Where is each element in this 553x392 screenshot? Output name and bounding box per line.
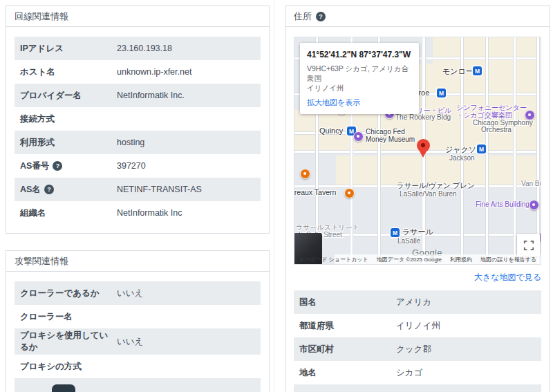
table-row: クローラー名 <box>15 305 261 328</box>
table-row: 地名 シカゴ <box>294 361 541 384</box>
help-icon[interactable]: ? <box>53 161 62 171</box>
table-row-partial <box>294 384 541 392</box>
report-error-link[interactable]: 地図の誤りを報告する <box>480 256 536 263</box>
map-label-lasalle-vanburen-jp: ラサール/ヴァン ブレン <box>397 181 475 191</box>
map-marker-pin[interactable] <box>417 139 430 152</box>
row-value: アメリカ <box>396 297 431 308</box>
restaurant-poi-icon[interactable] <box>300 169 310 179</box>
address-title: 住所 <box>294 10 312 23</box>
help-icon[interactable]: ? <box>44 185 54 194</box>
table-row: 市区町村 クック郡 <box>294 337 541 361</box>
row-value: いいえ <box>117 336 143 348</box>
transit-icon[interactable]: M <box>391 228 400 237</box>
table-row: AS番号 ? 397270 <box>15 154 261 178</box>
table-row: 接続方式 <box>15 107 261 131</box>
row-label: ホスト名 <box>20 66 117 78</box>
row-value: シカゴ <box>396 367 422 379</box>
row-value: イリノイ州 <box>396 320 440 332</box>
map-label-rookery-en: The Rookery Bldg <box>395 113 451 121</box>
row-label: 組織名 <box>20 207 117 219</box>
view-larger-map-link[interactable]: 大きな地図で見る <box>474 272 541 282</box>
row-label: AS名 ? <box>20 184 117 196</box>
google-map[interactable]: モンロー M Monroe M Quincy M ジャクソン M Jackson… <box>294 37 541 265</box>
map-label-fine-arts: Fine Arts Building <box>476 200 529 208</box>
line-info-header: 回線関連情報 <box>6 6 269 27</box>
row-value: 397270 <box>117 161 146 171</box>
row-value: 23.160.193.18 <box>117 44 172 53</box>
map-attribution: キーボード ショートカット 地図データ ©2025 Google 利用規約 地図… <box>335 254 541 264</box>
attack-info-title: 攻撃関連情報 <box>15 255 68 268</box>
transit-icon[interactable]: M <box>473 66 482 75</box>
row-label: プロキシを使用しているか <box>20 330 117 353</box>
expand-map-link[interactable]: 拡大地図を表示 <box>307 97 360 108</box>
map-label-jackson-en: Jackson <box>449 154 475 162</box>
row-label: 接続方式 <box>20 113 117 125</box>
row-label: IPアドレス <box>20 43 117 55</box>
table-row: ホスト名 unknown.ip-xfer.net <box>15 60 261 84</box>
table-row: プロバイダー名 NetInformatik Inc. <box>15 84 261 107</box>
map-label-quincy: Quincy <box>319 127 343 135</box>
row-label: 市区町村 <box>299 344 396 355</box>
map-label-monroe-jp: モンロー <box>442 66 474 77</box>
museum-poi-icon[interactable] <box>353 131 364 142</box>
map-label-fed-2: Money Museum <box>366 136 415 143</box>
fullscreen-icon <box>523 240 534 251</box>
table-row: プロキシの方式 <box>15 355 261 378</box>
table-row: 国名 アメリカ <box>294 290 541 314</box>
row-label: 利用形式 <box>20 137 117 149</box>
cutoff-dark-element <box>52 384 75 392</box>
row-label: AS番号 ? <box>20 160 117 172</box>
tavern-poi-icon[interactable] <box>344 188 355 198</box>
address-line-2: イリノイ州 <box>307 83 412 93</box>
transit-icon[interactable]: M <box>477 144 486 153</box>
map-label-lasalle-vanburen-en: LaSalle/Van Buren <box>400 190 457 198</box>
row-label: プロキシの方式 <box>20 361 117 373</box>
table-row: クローラーであるか いいえ <box>15 281 261 305</box>
table-row: AS名 ? NETINF-TRANSIT-AS <box>15 178 261 201</box>
transit-icon[interactable]: M <box>437 88 446 97</box>
row-value: NetInformatik Inc <box>117 208 182 218</box>
table-row: 都道府県 イリノイ州 <box>294 314 541 337</box>
map-road <box>294 150 541 153</box>
panel-divider <box>274 0 274 392</box>
map-label-tavern: ureaux Tavern <box>294 188 336 196</box>
row-value: いいえ <box>117 288 143 299</box>
terms-link[interactable]: 利用規約 <box>450 256 472 263</box>
line-info-title: 回線関連情報 <box>15 10 68 23</box>
row-value: クック郡 <box>396 344 431 355</box>
map-label-fed-1: Chicago Fed <box>366 128 405 136</box>
address-line-1: V9HC+63P シカゴ, アメリカ合衆国 <box>307 64 412 83</box>
row-value: NETINF-TRANSIT-AS <box>117 185 202 194</box>
row-label: 都道府県 <box>299 320 396 332</box>
row-value: unknown.ip-xfer.net <box>117 67 191 77</box>
table-row: 組織名 NetInformatik Inc <box>15 201 261 225</box>
row-label: 地名 <box>299 367 396 379</box>
coordinates-text: 41°52'41.2"N 87°37'47.3"W <box>307 50 412 59</box>
map-road <box>536 37 540 265</box>
line-info-panel: 回線関連情報 IPアドレス 23.160.193.18 ホスト名 unknown… <box>6 6 270 234</box>
row-label: クローラー名 <box>20 311 117 323</box>
address-header: 住所 ? <box>285 6 550 27</box>
row-value: hosting <box>117 138 144 147</box>
map-label-lasalle-en: LaSalle <box>397 237 420 245</box>
table-row: IPアドレス 23.160.193.18 <box>15 37 261 60</box>
fullscreen-button[interactable] <box>517 234 540 256</box>
map-label-symphony-en2: Orchestra <box>481 126 512 133</box>
map-label-lasalle-jp: ラサール <box>402 227 433 237</box>
row-label: クローラーであるか <box>20 288 117 299</box>
map-road <box>513 37 516 265</box>
row-label: 国名 <box>299 297 396 308</box>
keyboard-shortcuts-button[interactable]: キーボード ショートカット <box>299 256 368 263</box>
attack-info-panel: 攻撃関連情報 クローラーであるか いいえ クローラー名 プロキシを使用しているか… <box>6 250 270 392</box>
map-info-card: 41°52'41.2"N 87°37'47.3"W V9HC+63P シカゴ, … <box>300 43 419 114</box>
help-icon[interactable]: ? <box>316 12 326 21</box>
map-data-text: 地図データ ©2025 Google <box>377 256 442 263</box>
row-value: NetInformatik Inc. <box>117 91 185 100</box>
table-row: 利用形式 hosting <box>15 131 261 154</box>
fine-arts-poi-icon[interactable] <box>529 200 539 210</box>
attack-info-header: 攻撃関連情報 <box>6 251 269 272</box>
address-panel: 住所 ? モンロー M <box>285 6 550 392</box>
row-label: プロバイダー名 <box>20 90 117 102</box>
map-label-van-buren: Van Bur <box>521 180 541 187</box>
table-row: プロキシを使用しているか いいえ <box>15 328 261 355</box>
